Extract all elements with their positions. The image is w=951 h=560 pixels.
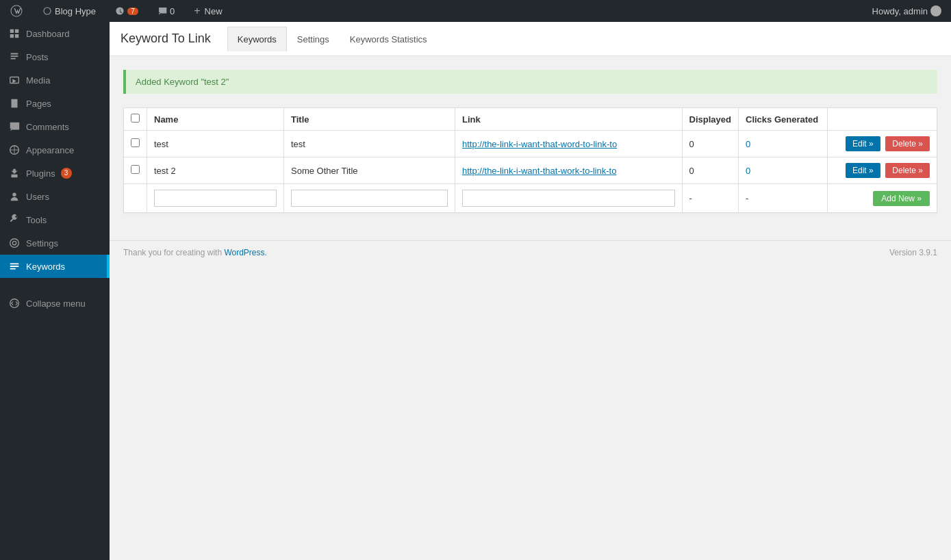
tab-keywords[interactable]: Keywords: [227, 27, 287, 51]
row1-checkbox-cell: [124, 131, 147, 157]
new-row-displayed-dash: -: [682, 184, 738, 213]
footer: Thank you for creating with WordPress. V…: [110, 240, 951, 264]
footer-text: Thank you for creating with WordPress.: [123, 248, 267, 257]
user-avatar: [930, 5, 941, 16]
row1-clicks: 0: [739, 131, 828, 157]
comments-bar[interactable]: 0: [153, 0, 179, 22]
row2-actions: Edit » Delete »: [828, 157, 937, 184]
new-content[interactable]: + New: [190, 0, 226, 22]
row1-link: http://the-link-i-want-that-word-to-link…: [455, 131, 683, 157]
row2-checkbox-cell: [124, 157, 147, 184]
sidebar-item-users[interactable]: Users: [0, 185, 110, 208]
row1-checkbox[interactable]: [131, 138, 140, 147]
row2-clicks: 0: [739, 157, 828, 184]
admin-bar: Blog Hype 7 0 + New Howdy, admin: [0, 0, 951, 22]
add-new-button[interactable]: Add New »: [873, 191, 930, 206]
sidebar-item-dashboard[interactable]: Dashboard: [0, 22, 110, 45]
row1-displayed: 0: [682, 131, 738, 157]
wordpress-link[interactable]: WordPress.: [224, 248, 266, 257]
sidebar-item-settings[interactable]: Settings: [0, 231, 110, 255]
th-clicks: Clicks Generated: [739, 108, 828, 131]
row2-checkbox[interactable]: [131, 165, 140, 174]
wp-logo[interactable]: [5, 0, 27, 22]
select-all-checkbox[interactable]: [131, 114, 140, 123]
row2-link: http://the-link-i-want-that-work-to-link…: [455, 157, 683, 184]
th-displayed: Displayed: [682, 108, 738, 131]
sidebar-item-plugins[interactable]: Plugins 3: [0, 162, 110, 185]
new-keyword-link-input[interactable]: [462, 190, 675, 207]
updates[interactable]: 7: [111, 0, 142, 22]
th-actions: [828, 108, 937, 131]
sidebar-item-tools[interactable]: Tools: [0, 208, 110, 231]
row2-displayed: 0: [682, 157, 738, 184]
new-row-add-cell: Add New »: [828, 184, 937, 213]
sidebar-item-media[interactable]: Media: [0, 68, 110, 92]
sidebar-item-pages[interactable]: Pages: [0, 92, 110, 115]
success-notice: Added Keyword "test 2": [123, 70, 937, 94]
row1-title: test: [284, 131, 455, 157]
site-name[interactable]: Blog Hype: [38, 0, 100, 22]
row1-name: test: [147, 131, 284, 157]
tab-statistics[interactable]: Keywords Statistics: [340, 27, 438, 51]
plugin-title: Keyword To Link: [121, 22, 222, 55]
row1-edit-button[interactable]: Edit »: [846, 136, 880, 151]
row1-delete-button[interactable]: Delete »: [885, 136, 930, 151]
howdy-user[interactable]: Howdy, admin: [868, 0, 946, 22]
sidebar-item-posts[interactable]: Posts: [0, 45, 110, 68]
new-row-checkbox-cell: [124, 184, 147, 213]
new-keyword-name-input[interactable]: [154, 190, 277, 207]
sidebar-item-comments[interactable]: Comments: [0, 115, 110, 138]
new-row-link-cell: [455, 184, 683, 213]
th-name: Name: [147, 108, 284, 131]
new-row: - - Add New »: [124, 184, 937, 213]
version-text: Version 3.9.1: [889, 248, 937, 257]
new-row-clicks-dash: -: [739, 184, 828, 213]
table-row: test test http://the-link-i-want-that-wo…: [124, 131, 937, 157]
row2-title: Some Other Title: [284, 157, 455, 184]
svg-point-2: [12, 193, 16, 196]
row2-name: test 2: [147, 157, 284, 184]
th-link: Link: [455, 108, 683, 131]
new-row-name-cell: [147, 184, 284, 213]
sidebar-item-appearance[interactable]: Appearance: [0, 138, 110, 162]
plugin-header: Keyword To Link Keywords Settings Keywor…: [110, 22, 951, 56]
sidebar-item-keywords[interactable]: Keywords: [0, 255, 110, 278]
th-title: Title: [284, 108, 455, 131]
row1-actions: Edit » Delete »: [828, 131, 937, 157]
new-keyword-title-input[interactable]: [291, 190, 448, 207]
row2-edit-button[interactable]: Edit »: [846, 163, 880, 178]
new-row-title-cell: [284, 184, 455, 213]
tab-settings[interactable]: Settings: [287, 27, 340, 51]
table-row: test 2 Some Other Title http://the-link-…: [124, 157, 937, 184]
keywords-table: Name Title Link Displayed Clicks Generat…: [123, 107, 937, 213]
sidebar: Dashboard Posts Media Pages Comm: [0, 22, 110, 560]
row2-delete-button[interactable]: Delete »: [885, 163, 930, 178]
th-checkbox: [124, 108, 147, 131]
main-content: Keyword To Link Keywords Settings Keywor…: [110, 22, 951, 560]
sidebar-collapse[interactable]: Collapse menu: [0, 292, 110, 315]
